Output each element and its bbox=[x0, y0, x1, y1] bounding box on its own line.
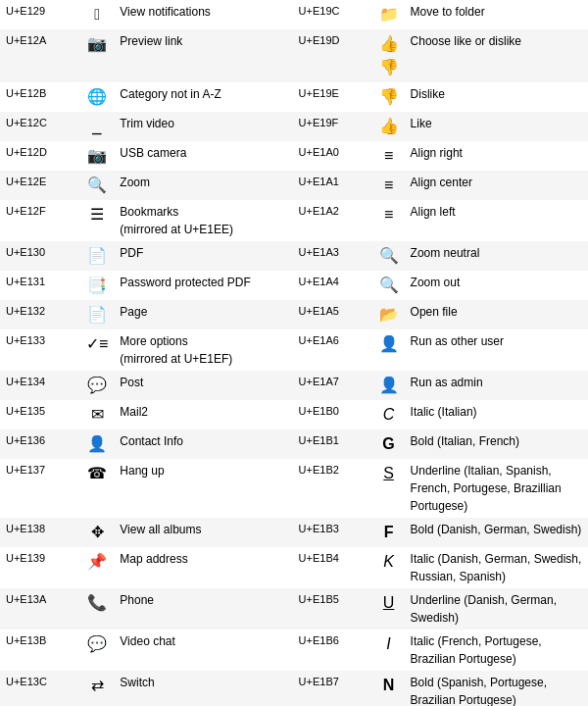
icon-left: 📄 bbox=[80, 300, 114, 329]
unicode-code-right: U+E1B5 bbox=[293, 588, 373, 630]
icon-left: 📷 bbox=[80, 29, 114, 82]
table-row: U+E133 ✓≡ More options(mirrored at U+E1E… bbox=[0, 329, 588, 371]
icon-left: ✓≡ bbox=[80, 329, 114, 371]
icon-right: S bbox=[373, 459, 405, 518]
icon-left: 🌐 bbox=[80, 82, 114, 112]
unicode-code-left: U+E12E bbox=[0, 171, 80, 200]
unicode-code-right: U+E1A4 bbox=[293, 271, 373, 300]
label-left: More options(mirrored at U+E1EF) bbox=[114, 329, 280, 371]
icon-right: I bbox=[373, 630, 405, 671]
table-row: U+E134 💬 Post U+E1A7 👤 Run as admin bbox=[0, 371, 588, 400]
unicode-code-right: U+E1B1 bbox=[293, 429, 373, 459]
label-left: Trim video bbox=[114, 112, 280, 141]
table-row: U+E131 📑 Password protected PDF U+E1A4 🔍… bbox=[0, 271, 588, 300]
icon-left:  bbox=[80, 0, 114, 29]
unicode-code-right: U+E1B3 bbox=[293, 518, 373, 547]
table-row: U+E135 ✉ Mail2 U+E1B0 C Italic (Italian) bbox=[0, 400, 588, 429]
unicode-code-left: U+E131 bbox=[0, 271, 80, 300]
table-row: U+E138 ✥ View all albums U+E1B3 F Bold (… bbox=[0, 518, 588, 547]
table-row: U+E12C ⎯ Trim video U+E19F 👍 Like bbox=[0, 112, 588, 141]
label-left: View all albums bbox=[114, 518, 280, 547]
icon-right: 👍👎 bbox=[373, 29, 405, 82]
label-right: Run as other user bbox=[405, 329, 588, 371]
unicode-code-left: U+E13A bbox=[0, 588, 80, 630]
unicode-code-left: U+E132 bbox=[0, 300, 80, 329]
icon-right: 👍 bbox=[373, 112, 405, 141]
unicode-code-right: U+E19E bbox=[293, 82, 373, 112]
icon-right: ≡ bbox=[373, 200, 405, 241]
table-row: U+E12D 📷 USB camera U+E1A0 ≡ Align right bbox=[0, 141, 588, 171]
icon-left: ✥ bbox=[80, 518, 114, 547]
label-left: Zoom bbox=[114, 171, 280, 200]
label-left: Mail2 bbox=[114, 400, 280, 429]
unicode-code-left: U+E137 bbox=[0, 459, 80, 518]
icon-right: 👎 bbox=[373, 82, 405, 112]
icon-left: 🔍 bbox=[80, 171, 114, 200]
icon-right: K bbox=[373, 547, 405, 588]
icon-right: G bbox=[373, 429, 405, 459]
unicode-code-right: U+E1A1 bbox=[293, 171, 373, 200]
label-right: Zoom out bbox=[405, 271, 588, 300]
unicode-code-left: U+E133 bbox=[0, 329, 80, 371]
table-row: U+E13A 📞 Phone U+E1B5 U Underline (Danis… bbox=[0, 588, 588, 630]
unicode-code-right: U+E19D bbox=[293, 29, 373, 82]
unicode-code-right: U+E1B4 bbox=[293, 547, 373, 588]
unicode-code-left: U+E129 bbox=[0, 0, 80, 29]
label-left: PDF bbox=[114, 241, 280, 271]
label-left: USB camera bbox=[114, 141, 280, 171]
label-right: Bold (Danish, German, Swedish) bbox=[405, 518, 588, 547]
table-row: U+E129  View notifications U+E19C 📁 Mov… bbox=[0, 0, 588, 29]
label-left: Password protected PDF bbox=[114, 271, 280, 300]
label-left: Contact Info bbox=[114, 429, 280, 459]
icon-left: ☰ bbox=[80, 200, 114, 241]
label-right: Italic (Danish, German, Swedish, Russian… bbox=[405, 547, 588, 588]
icon-right: 📁 bbox=[373, 0, 405, 29]
icon-right: 👤 bbox=[373, 329, 405, 371]
label-left: Preview link bbox=[114, 29, 280, 82]
label-right: Align center bbox=[405, 171, 588, 200]
unicode-code-left: U+E139 bbox=[0, 547, 80, 588]
unicode-code-right: U+E1B2 bbox=[293, 459, 373, 518]
label-left: Bookmarks(mirrored at U+E1EE) bbox=[114, 200, 280, 241]
label-right: Open file bbox=[405, 300, 588, 329]
icon-right: ≡ bbox=[373, 171, 405, 200]
icon-left: 📞 bbox=[80, 588, 114, 630]
icon-right: 🔍 bbox=[373, 271, 405, 300]
icon-left: 💬 bbox=[80, 630, 114, 671]
icon-left: 👤 bbox=[80, 429, 114, 459]
unicode-code-left: U+E12C bbox=[0, 112, 80, 141]
unicode-code-left: U+E130 bbox=[0, 241, 80, 271]
unicode-code-left: U+E136 bbox=[0, 429, 80, 459]
unicode-code-left: U+E13C bbox=[0, 671, 80, 706]
unicode-code-right: U+E1B0 bbox=[293, 400, 373, 429]
table-row: U+E132 📄 Page U+E1A5 📂 Open file bbox=[0, 300, 588, 329]
label-left: Phone bbox=[114, 588, 280, 630]
unicode-code-right: U+E19C bbox=[293, 0, 373, 29]
table-row: U+E13B 💬 Video chat U+E1B6 I Italic (Fre… bbox=[0, 630, 588, 671]
table-row: U+E12B 🌐 Category not in A-Z U+E19E 👎 Di… bbox=[0, 82, 588, 112]
icon-left: ⇄ bbox=[80, 671, 114, 706]
unicode-code-right: U+E19F bbox=[293, 112, 373, 141]
unicode-code-left: U+E135 bbox=[0, 400, 80, 429]
unicode-code-left: U+E12D bbox=[0, 141, 80, 171]
unicode-code-left: U+E134 bbox=[0, 371, 80, 400]
label-left: Post bbox=[114, 371, 280, 400]
icon-left: 💬 bbox=[80, 371, 114, 400]
icon-left: ☎ bbox=[80, 459, 114, 518]
table-row: U+E139 📌 Map address U+E1B4 K Italic (Da… bbox=[0, 547, 588, 588]
label-right: Move to folder bbox=[405, 0, 588, 29]
label-left: Hang up bbox=[114, 459, 280, 518]
icon-reference-table: U+E129  View notifications U+E19C 📁 Mov… bbox=[0, 0, 588, 706]
label-right: Choose like or dislike bbox=[405, 29, 588, 82]
icon-right: 🔍 bbox=[373, 241, 405, 271]
label-left: Map address bbox=[114, 547, 280, 588]
label-right: Align right bbox=[405, 141, 588, 171]
label-right: Zoom neutral bbox=[405, 241, 588, 271]
icon-left: ✉ bbox=[80, 400, 114, 429]
table-row: U+E136 👤 Contact Info U+E1B1 G Bold (Ita… bbox=[0, 429, 588, 459]
label-left: Switch bbox=[114, 671, 280, 706]
unicode-code-left: U+E12F bbox=[0, 200, 80, 241]
label-left: View notifications bbox=[114, 0, 280, 29]
unicode-code-right: U+E1B7 bbox=[293, 671, 373, 706]
unicode-code-right: U+E1B6 bbox=[293, 630, 373, 671]
